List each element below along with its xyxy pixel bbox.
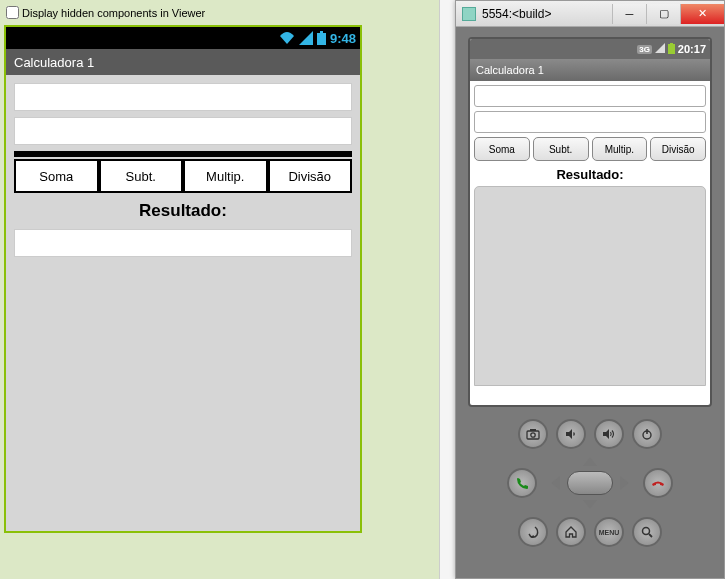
divider [14, 151, 352, 157]
svg-point-9 [643, 528, 650, 535]
button-row: Soma Subt. Multip. Divisão [14, 159, 352, 193]
app-title-bar: Calculadora 1 [6, 49, 360, 75]
android-status-bar: 9:48 [6, 27, 360, 49]
window-titlebar[interactable]: 5554:<build> ─ ▢ ✕ [456, 1, 724, 27]
emu-input-2[interactable] [474, 111, 706, 133]
status-time: 9:48 [330, 31, 356, 46]
dpad-up[interactable] [583, 457, 597, 466]
home-icon[interactable] [556, 517, 586, 547]
input-textbox-2[interactable] [14, 117, 352, 145]
signal-icon [299, 31, 313, 45]
dpad [545, 455, 635, 511]
wifi-icon [279, 31, 295, 45]
battery-icon [668, 43, 675, 56]
hw-row-2 [507, 455, 673, 511]
emu-app-title-bar: Calculadora 1 [470, 59, 710, 81]
dpad-down[interactable] [583, 500, 597, 509]
battery-icon [317, 31, 326, 45]
svg-rect-3 [670, 43, 673, 44]
emu-result-area [474, 186, 706, 386]
multip-button[interactable]: Multip. [183, 159, 268, 193]
svg-rect-1 [320, 31, 323, 33]
emu-soma-button[interactable]: Soma [474, 137, 530, 161]
subt-button[interactable]: Subt. [99, 159, 184, 193]
network-3g-icon: 3G [637, 45, 652, 54]
emu-button-row: Soma Subt. Multip. Divisão [474, 137, 706, 161]
display-hidden-label: Display hidden components in Viewer [22, 7, 205, 19]
svg-point-5 [531, 433, 535, 437]
dpad-right[interactable] [620, 476, 629, 490]
end-call-icon[interactable] [643, 468, 673, 498]
app-body: Soma Subt. Multip. Divisão Resultado: [6, 75, 360, 265]
close-button[interactable]: ✕ [680, 4, 724, 24]
emulator-window: 5554:<build> ─ ▢ ✕ 3G 20:17 Calculadora … [455, 0, 725, 579]
emulator-screen: 3G 20:17 Calculadora 1 Soma Subt. Multip… [468, 37, 712, 407]
display-hidden-row: Display hidden components in Viewer [4, 4, 435, 21]
input-textbox-1[interactable] [14, 83, 352, 111]
emu-app-title: Calculadora 1 [476, 64, 544, 76]
menu-label: MENU [599, 529, 620, 536]
call-icon[interactable] [507, 468, 537, 498]
soma-button[interactable]: Soma [14, 159, 99, 193]
camera-icon[interactable] [518, 419, 548, 449]
back-icon[interactable] [518, 517, 548, 547]
divisao-button[interactable]: Divisão [268, 159, 353, 193]
result-label: Resultado: [14, 201, 352, 221]
dpad-center[interactable] [567, 471, 613, 495]
display-hidden-checkbox[interactable] [6, 6, 19, 19]
viewer-panel: Display hidden components in Viewer 9:48… [0, 0, 440, 579]
window-controls: ─ ▢ ✕ [612, 4, 724, 24]
emulator-body: 3G 20:17 Calculadora 1 Soma Subt. Multip… [456, 27, 724, 578]
emu-status-bar: 3G 20:17 [470, 39, 710, 59]
search-icon[interactable] [632, 517, 662, 547]
volume-up-icon[interactable] [594, 419, 624, 449]
svg-rect-0 [317, 33, 326, 45]
result-textbox[interactable] [14, 229, 352, 257]
phone-preview-frame: 9:48 Calculadora 1 Soma Subt. Multip. Di… [4, 25, 362, 533]
hw-row-1 [518, 419, 662, 449]
emu-app-body: Soma Subt. Multip. Divisão Resultado: [470, 81, 710, 390]
maximize-button[interactable]: ▢ [646, 4, 680, 24]
svg-rect-6 [530, 429, 536, 431]
emu-status-time: 20:17 [678, 43, 706, 55]
power-icon[interactable] [632, 419, 662, 449]
volume-down-icon[interactable] [556, 419, 586, 449]
emu-input-1[interactable] [474, 85, 706, 107]
emu-result-label: Resultado: [474, 167, 706, 182]
app-title: Calculadora 1 [14, 55, 94, 70]
signal-icon [655, 43, 665, 55]
emu-divisao-button[interactable]: Divisão [650, 137, 706, 161]
svg-rect-2 [668, 44, 675, 54]
emu-multip-button[interactable]: Multip. [592, 137, 648, 161]
hardware-controls: MENU [480, 419, 700, 547]
window-app-icon [462, 7, 476, 21]
hw-row-3: MENU [518, 517, 662, 547]
window-title: 5554:<build> [482, 7, 612, 21]
menu-button[interactable]: MENU [594, 517, 624, 547]
dpad-left[interactable] [551, 476, 560, 490]
minimize-button[interactable]: ─ [612, 4, 646, 24]
svg-line-10 [649, 534, 652, 537]
emu-subt-button[interactable]: Subt. [533, 137, 589, 161]
